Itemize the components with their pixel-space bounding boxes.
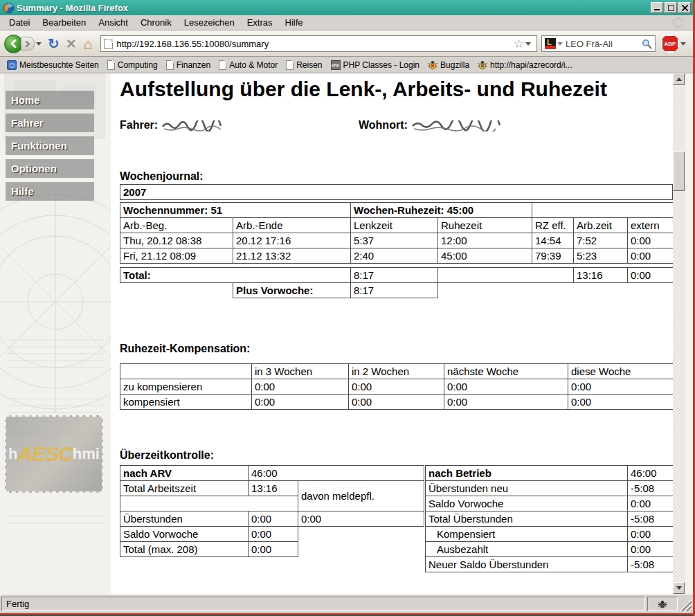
sidebar-item-funktionen[interactable]: Funktionen: [6, 136, 94, 155]
sidebar-item-home[interactable]: Home: [6, 91, 94, 109]
row-label: Total Arbeitszeit: [120, 481, 249, 496]
cell: 0:00: [249, 542, 298, 557]
sidebar-item-label: Optionen: [11, 163, 57, 174]
redacted-wohnort: [411, 120, 501, 132]
forward-button[interactable]: [21, 37, 35, 51]
minimize-button[interactable]: [651, 2, 663, 13]
sidebar-item-hilfe[interactable]: Hilfe: [6, 182, 94, 201]
sidebar-item-label: Hilfe: [11, 185, 34, 197]
kompensation-table: in 3 Wochen in 2 Wochen nächste Woche di…: [120, 363, 673, 410]
sidebar-item-label: Home: [11, 94, 40, 106]
empty-cell: [120, 496, 298, 511]
status-addon-panel[interactable]: [647, 597, 678, 611]
menu-lesezeichen[interactable]: Lesezeichen: [178, 16, 241, 29]
bookmark-reisen[interactable]: Reisen: [282, 59, 326, 71]
total-extern-cell: 0:00: [628, 268, 674, 283]
menu-bar: Datei Bearbeiten Ansicht Chronik Lesezei…: [0, 15, 693, 30]
empty-cell: [120, 283, 233, 298]
scrollbar-thumb[interactable]: [673, 152, 685, 191]
adblock-dropdown-icon[interactable]: [680, 42, 686, 46]
cell: 5:23: [574, 248, 628, 264]
empty-cell: [438, 268, 574, 283]
total-lenkzeit-cell: 8:17: [351, 268, 438, 283]
search-input[interactable]: [566, 39, 642, 49]
bookmark-computing[interactable]: Computing: [103, 59, 162, 71]
cell: -5:08: [628, 511, 673, 527]
leo-search-engine-icon[interactable]: [545, 38, 556, 49]
betrieb-title-cell: nach Betrieb: [426, 466, 628, 481]
vertical-scrollbar[interactable]: [673, 73, 685, 594]
search-engine-dropdown-icon[interactable]: [557, 42, 563, 46]
menu-hilfe[interactable]: Hilfe: [279, 16, 309, 29]
cell: -5:08: [628, 557, 673, 572]
urlbar-dropdown-icon[interactable]: [525, 42, 531, 46]
bookmark-label: Bugzilla: [440, 60, 469, 70]
row-label: Neuer Saldo Überstunden: [426, 557, 628, 572]
kompensation-heading: Ruhezeit-Kompensation:: [120, 343, 673, 355]
bookmark-finanzen[interactable]: Finanzen: [162, 59, 215, 71]
menu-chronik[interactable]: Chronik: [134, 16, 178, 29]
url-input[interactable]: [116, 39, 513, 49]
bookmark-auto-motor[interactable]: Auto & Motor: [215, 59, 282, 71]
scroll-down-button[interactable]: [673, 582, 685, 594]
sidebar-item-optionen[interactable]: Optionen: [6, 159, 94, 178]
resize-grip[interactable]: [680, 597, 692, 611]
page-icon: [286, 60, 294, 70]
cell: 0:00: [249, 511, 298, 527]
throbber-icon: [673, 17, 683, 28]
total-label-cell: Total:: [120, 268, 351, 283]
vorwoche-label-cell: Plus Vorwoche:: [233, 283, 351, 298]
table-row: zu kompensieren 0:00 0:00 0:00 0:00: [120, 379, 674, 395]
bookmark-bugzilla[interactable]: Bugzilla: [424, 59, 473, 71]
close-button[interactable]: [678, 2, 691, 13]
bug-status-icon[interactable]: [658, 599, 667, 609]
page-icon: [107, 60, 115, 70]
bookmark-star-icon[interactable]: ☆: [514, 38, 524, 50]
bookmark-meistbesuchte[interactable]: Meistbesuchte Seiten: [3, 59, 103, 71]
home-icon[interactable]: ⌂: [84, 37, 93, 51]
adblock-plus-icon[interactable]: ABP: [661, 35, 679, 53]
cell: Fri, 21.12 08:09: [120, 248, 233, 264]
col-header: Arb.-Beg.: [120, 218, 233, 233]
sidebar-nav: Home Fahrer Funktionen Optionen Hilfe: [0, 91, 111, 201]
wohnort-label: Wohnort:: [359, 119, 408, 132]
arv-table: nach ARV 46:00 Total Arbeitszeit 13:16 d…: [120, 465, 424, 557]
cell: 0:00: [249, 527, 298, 542]
cell: 0:00: [252, 379, 349, 395]
back-button[interactable]: [4, 35, 23, 53]
table-row: Fri, 21.12 08:09 21.12 13:32 2:40 45:00 …: [120, 248, 674, 264]
total-row: Total: 8:17 13:16 0:00: [120, 268, 674, 283]
menu-ansicht[interactable]: Ansicht: [92, 16, 134, 29]
window-bottom-edge: [0, 613, 693, 616]
bookmark-label: Finanzen: [177, 60, 210, 70]
title-bar: Summary - Mozilla Firefox: [0, 0, 693, 15]
cell: 13:16: [249, 481, 298, 496]
firefox-icon: [3, 3, 14, 13]
table-row: Total Überstunden -5:08: [426, 511, 673, 527]
search-magnifier-icon[interactable]: [642, 39, 652, 49]
row-label: Ausbezahlt: [426, 542, 628, 557]
cell: 0:00: [628, 496, 673, 511]
location-bar[interactable]: ☆: [100, 35, 537, 52]
cell: 0:00: [628, 248, 674, 264]
menu-datei[interactable]: Datei: [3, 16, 36, 29]
maximize-button[interactable]: [665, 2, 677, 13]
menu-bearbeiten[interactable]: Bearbeiten: [36, 16, 92, 29]
search-bar[interactable]: [541, 35, 656, 52]
cell: 0:00: [628, 527, 673, 542]
bookmark-hapi-azrecord[interactable]: http://hapi/azrecord/i...: [473, 59, 577, 71]
content-area: Home Fahrer Funktionen Optionen Hilfe hA…: [0, 73, 693, 594]
history-dropdown-icon[interactable]: [36, 42, 42, 46]
total-table: Total: 8:17 13:16 0:00 Plus Vorwoche: 8:…: [120, 267, 673, 298]
scrollbar-track[interactable]: [673, 85, 685, 582]
bookmark-label: Meistbesuchte Seiten: [19, 60, 99, 70]
scroll-up-button[interactable]: [673, 73, 685, 85]
site-favicon: [104, 39, 113, 49]
table-row: Saldo Vorwoche 0:00: [120, 527, 424, 542]
sidebar-item-fahrer[interactable]: Fahrer: [6, 114, 94, 132]
empty-cell: [298, 542, 424, 557]
menu-extras[interactable]: Extras: [241, 16, 279, 29]
stop-icon[interactable]: ×: [66, 35, 76, 52]
bookmark-php-classes[interactable]: php PHP Classes - Login: [327, 59, 424, 71]
reload-icon[interactable]: ↻: [48, 37, 60, 51]
